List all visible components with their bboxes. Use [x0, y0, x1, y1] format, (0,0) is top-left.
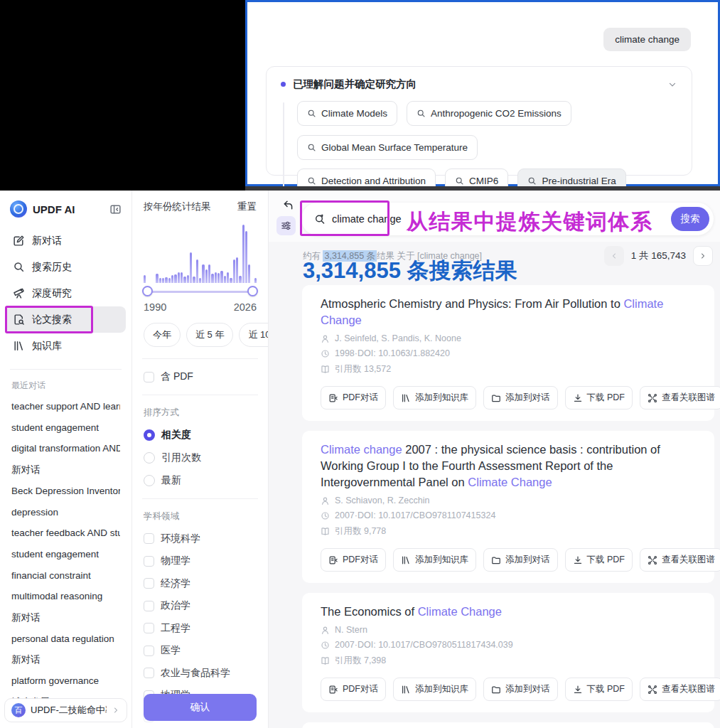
sort-option[interactable]: 引用次数: [144, 451, 257, 464]
search-icon: [307, 143, 316, 152]
recent-conversation-item[interactable]: teacher feedback AND stude...: [11, 523, 120, 544]
prev-page-button[interactable]: [604, 246, 624, 266]
download-pdf-button[interactable]: 下载 PDF: [565, 548, 633, 572]
pdf-chat-icon: [328, 555, 338, 565]
add-to-knowledge-base-button[interactable]: 添加到知识库: [393, 548, 476, 572]
radio-icon[interactable]: [144, 429, 155, 441]
sidebar-item-search-history[interactable]: 搜索历史: [6, 254, 126, 280]
year-bar: [193, 277, 195, 283]
paper-title[interactable]: Atmospheric Chemistry and Physics: From …: [321, 296, 696, 328]
recent-conversation-item[interactable]: teacher support AND learnin...: [11, 396, 120, 417]
chevron-left-icon: [610, 252, 618, 260]
recent-conversation-item[interactable]: personal data regulation: [11, 628, 120, 650]
recent-conversations-list: teacher support AND learnin...student en…: [0, 396, 131, 713]
pdf-chat-button[interactable]: PDF对话: [321, 678, 386, 701]
subject-checkbox-row[interactable]: 工程学: [144, 622, 257, 635]
keyword-chip[interactable]: Anthropogenic CO2 Emissions: [407, 101, 571, 126]
keyword-chip-label: Pre-industrial Era: [542, 176, 616, 186]
sort-option-label: 最新: [161, 474, 181, 487]
view-graph-button[interactable]: 查看关联图谱: [640, 548, 720, 572]
keyword-chip-label: CMIP6: [469, 176, 498, 186]
download-pdf-button[interactable]: 下载 PDF: [565, 386, 633, 410]
divider: [142, 498, 258, 499]
subject-checkbox-row[interactable]: 农业与食品科学: [144, 667, 257, 680]
paper-title[interactable]: Climate change 2007 : the physical scien…: [321, 441, 696, 491]
recent-conversation-item[interactable]: student engagement: [11, 417, 120, 439]
confirm-button[interactable]: 确认: [144, 694, 257, 721]
add-to-knowledge-base-button[interactable]: 添加到知识库: [393, 678, 476, 701]
checkbox-icon[interactable]: [144, 668, 154, 678]
view-graph-button[interactable]: 查看关联图谱: [640, 678, 720, 701]
pdf-chat-button[interactable]: PDF对话: [321, 548, 386, 572]
year-bar: [199, 278, 201, 283]
recent-conversation-item[interactable]: platform governance: [11, 670, 120, 692]
radio-icon[interactable]: [144, 452, 155, 464]
back-arrow-icon[interactable]: [282, 199, 294, 211]
add-to-chat-button[interactable]: 添加到对话: [483, 548, 558, 572]
recent-conversation-item[interactable]: student engagement: [11, 544, 120, 565]
quick-range-button[interactable]: 今年: [144, 323, 181, 347]
subject-checkbox-row[interactable]: 物理学: [144, 555, 257, 567]
pdf-checkbox[interactable]: [144, 372, 154, 382]
subject-label: 政治学: [161, 599, 190, 612]
recent-conversation-item[interactable]: financial constraint: [11, 565, 120, 587]
pdf-chat-icon: [328, 685, 338, 695]
slider-handle-min[interactable]: [142, 286, 153, 296]
checkbox-icon[interactable]: [144, 556, 154, 567]
year-bar: [178, 272, 180, 283]
recent-conversation-item[interactable]: 新对话: [11, 607, 120, 628]
recent-conversation-item[interactable]: 新对话: [11, 649, 120, 670]
add-to-chat-button[interactable]: 添加到对话: [483, 678, 558, 701]
collapse-sidebar-icon[interactable]: [109, 203, 122, 215]
chevron-down-icon[interactable]: [667, 80, 677, 90]
year-bar: [156, 274, 158, 283]
add-to-knowledge-base-button[interactable]: 添加到知识库: [393, 386, 476, 410]
recent-conversation-item[interactable]: multimodal reasoning: [11, 586, 120, 607]
sidebar-item-new-chat[interactable]: 新对话: [6, 228, 126, 254]
recent-conversation-item[interactable]: depression: [11, 502, 120, 523]
reset-button[interactable]: 重置: [237, 200, 257, 213]
subject-checkbox-row[interactable]: 政治学: [144, 599, 257, 612]
year-bar: [171, 275, 173, 283]
paper-title[interactable]: The Economics of Climate Change: [321, 604, 696, 620]
recent-conversation-item[interactable]: Beck Depression Inventory: [11, 481, 120, 502]
quick-range-button[interactable]: 近 10 年: [239, 323, 269, 347]
subject-checkbox-row[interactable]: 经济学: [144, 577, 257, 590]
subject-checkbox-row[interactable]: 医学: [144, 644, 257, 657]
sort-option[interactable]: 最新: [144, 474, 257, 487]
next-page-button[interactable]: [693, 246, 713, 266]
account-row[interactable]: 百 UPDF-二技能命中率百...: [4, 698, 127, 722]
paper-result-list: Atmospheric Chemistry and Physics: From …: [302, 285, 714, 728]
search-button[interactable]: 搜索: [671, 207, 709, 231]
checkbox-icon[interactable]: [144, 601, 154, 611]
subject-checkbox-row[interactable]: 环境科学: [144, 532, 257, 545]
add-to-chat-button[interactable]: 添加到对话: [483, 386, 558, 410]
sidebar-item-deep-research[interactable]: 深度研究: [6, 280, 126, 306]
view-graph-button[interactable]: 查看关联图谱: [640, 386, 720, 410]
checkbox-icon[interactable]: [144, 533, 154, 544]
recent-conversation-item[interactable]: digital transformation AND fi...: [11, 438, 120, 459]
action-label: 添加到知识库: [415, 683, 468, 695]
checkbox-icon[interactable]: [144, 646, 154, 656]
sidebar-item-knowledge-base[interactable]: 知识库: [6, 333, 126, 359]
slider-handle-max[interactable]: [247, 286, 258, 296]
checkbox-icon[interactable]: [144, 623, 154, 633]
download-pdf-button[interactable]: 下载 PDF: [565, 678, 633, 701]
pdf-filter-label: 含 PDF: [161, 370, 193, 383]
quick-range-button[interactable]: 近 5 年: [186, 323, 233, 347]
year-range-slider[interactable]: [144, 286, 257, 297]
radio-icon[interactable]: [144, 475, 155, 486]
filter-sliders-button[interactable]: [276, 216, 296, 235]
sort-option[interactable]: 相关度: [144, 429, 257, 441]
keyword-chip[interactable]: Climate Models: [297, 101, 397, 126]
status-dot: [281, 82, 286, 87]
paper-actions: PDF对话添加到知识库添加到对话下载 PDF查看关联图谱: [321, 548, 696, 572]
keyword-chip[interactable]: Global Mean Surface Temperature: [297, 135, 478, 160]
recent-conversation-item[interactable]: 新对话: [11, 459, 120, 481]
action-label: 查看关联图谱: [662, 392, 715, 404]
pdf-filter-row[interactable]: 含 PDF: [144, 370, 257, 383]
action-label: PDF对话: [343, 683, 378, 695]
checkbox-icon[interactable]: [144, 578, 154, 589]
sidebar-item-paper-search[interactable]: 论文搜索: [6, 306, 126, 333]
pdf-chat-button[interactable]: PDF对话: [321, 386, 386, 410]
